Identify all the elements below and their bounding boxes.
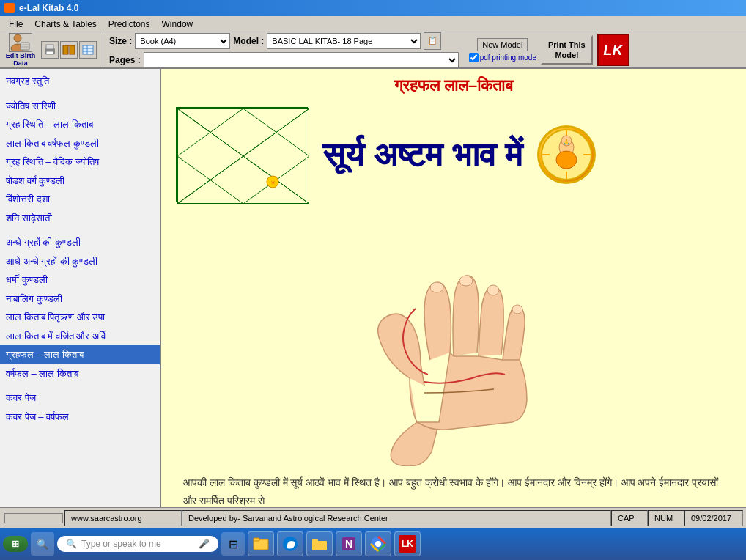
svg-text:🙏: 🙏 <box>563 138 570 145</box>
surya-deity-image: 🙏 <box>537 125 596 184</box>
title-text: e-Lal Kitab 4.0 <box>19 3 78 13</box>
svg-text:☀: ☀ <box>270 180 276 186</box>
kundali-chart: ☀ <box>176 107 308 202</box>
taskbar-folder[interactable] <box>306 531 333 556</box>
print-label: Print ThisModel <box>548 40 586 59</box>
sidebar-item-andhe[interactable]: अन्धे ग्रहों की कुण्डली <box>0 233 160 252</box>
sidebar-item-varjit[interactable]: लाल किताब में वर्जित और अर्वि <box>0 327 160 346</box>
svg-rect-45 <box>312 539 318 542</box>
svg-rect-6 <box>46 45 53 49</box>
status-num: NUM <box>648 510 684 526</box>
print-button[interactable]: Print ThisModel <box>541 35 593 65</box>
taskbar-explorer[interactable] <box>248 531 274 556</box>
svg-rect-8 <box>63 45 68 54</box>
sidebar-item-varshfal[interactable]: वर्षफल – लाल किताब <box>0 364 160 383</box>
content-area: ग्रहफल लाल–किताब <box>161 69 746 507</box>
new-model-button[interactable]: New Model <box>477 38 528 51</box>
sidebar-item-grah-sthiti[interactable]: ग्रह स्थिति – लाल किताब <box>0 115 160 134</box>
app-icon <box>4 3 15 13</box>
taskview-icon[interactable]: ⊟ <box>221 532 245 556</box>
taskbar-chrome[interactable] <box>365 531 391 556</box>
search-bar[interactable]: 🔍 Type or speak to me 🎤 <box>57 536 218 552</box>
sidebar-item-aadhe-andhe[interactable]: आधे अन्धे ग्रहों की कुण्डली <box>0 252 160 271</box>
model-icon-btn[interactable]: 📋 <box>424 32 441 50</box>
toolbar: Edit Birth Data Size : Book (A4) <box>0 32 746 69</box>
svg-rect-10 <box>65 45 73 46</box>
content-title: ग्रहफल लाल–किताब <box>176 76 731 95</box>
sidebar-item-jyotish[interactable]: ज्योतिष सारिणी <box>0 97 160 116</box>
status-date: 09/02/2017 <box>684 510 743 526</box>
list-icon-btn[interactable] <box>79 41 97 59</box>
taskbar-edge[interactable] <box>277 531 303 556</box>
toolbar-right: Size : Book (A4) Model : BASIC LAL KITAB… <box>109 32 743 68</box>
svg-point-39 <box>487 285 499 295</box>
svg-point-38 <box>459 276 473 286</box>
developer-text: Developed by- Sarvanand Astrological Res… <box>188 514 388 523</box>
edit-birth-label: Edit Birth Data <box>3 52 38 67</box>
svg-point-34 <box>556 151 577 169</box>
taskbar: ⊞ 🔍 🔍 Type or speak to me 🎤 ⊟ N LK <box>0 528 746 560</box>
mic-icon: 🎤 <box>199 539 210 549</box>
status-url: www.saarcastro.org <box>64 510 182 526</box>
svg-text:N: N <box>345 538 352 550</box>
description-text: आपकी लाल किताब कुण्डली में सूर्य आठवें भ… <box>176 474 731 507</box>
start-button[interactable]: ⊞ <box>3 536 28 552</box>
main-area: नवग्रह स्तुति ज्योतिष सारिणी ग्रह स्थिति… <box>0 69 746 507</box>
sidebar-item-vimshottari[interactable]: विंशोत्तरी दशा <box>0 190 160 209</box>
status-bar: www.saarcastro.org Developed by- Sarvana… <box>0 507 746 528</box>
pages-label: Pages : <box>109 55 141 65</box>
taskbar-lk[interactable]: LK <box>394 531 421 556</box>
url-text: www.saarcastro.org <box>71 514 142 523</box>
sidebar-item-navgrah[interactable]: नवग्रह स्तुति <box>0 72 160 91</box>
sidebar-item-lal-kitab-varshfal[interactable]: लाल किताब वर्षफल कुण्डली <box>0 134 160 153</box>
size-select[interactable]: Book (A4) <box>135 33 230 49</box>
sidebar-item-grahfal[interactable]: ग्रहफल – लाल किताब <box>0 345 160 364</box>
title-bar: e-Lal Kitab 4.0 <box>0 0 746 16</box>
status-cap: CAP <box>611 510 648 526</box>
menu-predictions[interactable]: Predictons <box>103 18 156 31</box>
sidebar-item-shodash[interactable]: षोडश वर्ग कुण्डली <box>0 172 160 191</box>
sidebar-item-dharmi[interactable]: धर्मी कुण्डली <box>0 270 160 290</box>
sidebar-item-pitru[interactable]: लाल किताब पितृऋण और उपा <box>0 308 160 327</box>
svg-rect-7 <box>46 51 53 54</box>
pdf-label: pdf printing mode <box>480 54 536 62</box>
surya-heading: सूर्य अष्टम भाव में <box>322 136 522 174</box>
pdf-checkbox[interactable] <box>469 53 479 62</box>
size-row: Size : Book (A4) Model : BASIC LAL KITAB… <box>109 32 459 50</box>
content-header: ☀ सूर्य अष्टम भाव में <box>176 107 731 202</box>
hand-area <box>176 217 731 466</box>
lk-brand-icon: LK <box>597 34 629 66</box>
sidebar-item-shani[interactable]: शनि साढ़ेसाती <box>0 209 160 228</box>
svg-point-49 <box>375 541 381 547</box>
status-developer: Developed by- Sarvanand Astrological Res… <box>182 510 611 526</box>
menu-bar: File Charts & Tables Predictons Window <box>0 16 746 32</box>
svg-point-40 <box>512 305 522 314</box>
menu-window[interactable]: Window <box>156 18 199 31</box>
model-select[interactable]: BASIC LAL KITAB- 18 Page <box>267 33 421 49</box>
sidebar-item-nabalig[interactable]: नाबालिग कुण्डली <box>0 290 160 309</box>
svg-point-37 <box>430 282 443 292</box>
person-icon <box>9 33 32 52</box>
sidebar-item-cover-varshfal[interactable]: कवर पेज – वर्षफल <box>0 408 160 427</box>
menu-charts[interactable]: Charts & Tables <box>29 18 103 31</box>
svg-rect-11 <box>83 45 93 54</box>
svg-rect-9 <box>70 45 75 54</box>
sidebar-item-grah-sthiti-vedic[interactable]: ग्रह स्थिति – वैदिक ज्योतिष <box>0 152 160 172</box>
svg-rect-2 <box>21 43 29 50</box>
sidebar-item-cover[interactable]: कवर पेज <box>0 388 160 408</box>
svg-rect-42 <box>254 538 259 541</box>
pages-select[interactable] <box>144 52 459 68</box>
sidebar: नवग्रह स्तुति ज्योतिष सारिणी ग्रह स्थिति… <box>0 69 161 507</box>
book-icon-btn[interactable] <box>60 41 78 59</box>
menu-file[interactable]: File <box>3 18 29 31</box>
edit-birth-button[interactable]: Edit Birth Data <box>3 34 38 66</box>
search-placeholder: Type or speak to me <box>81 539 161 549</box>
size-label: Size : <box>109 36 132 46</box>
pdf-checkbox-area[interactable]: pdf printing mode <box>469 53 536 62</box>
print-icon-btn[interactable] <box>41 41 59 59</box>
pages-row: Pages : <box>109 52 459 68</box>
toolbar-left: Edit Birth Data <box>3 34 103 66</box>
status-scroll[interactable] <box>4 513 63 523</box>
taskbar-onenote[interactable]: N <box>336 531 362 556</box>
search-icon: 🔍 <box>66 539 77 549</box>
